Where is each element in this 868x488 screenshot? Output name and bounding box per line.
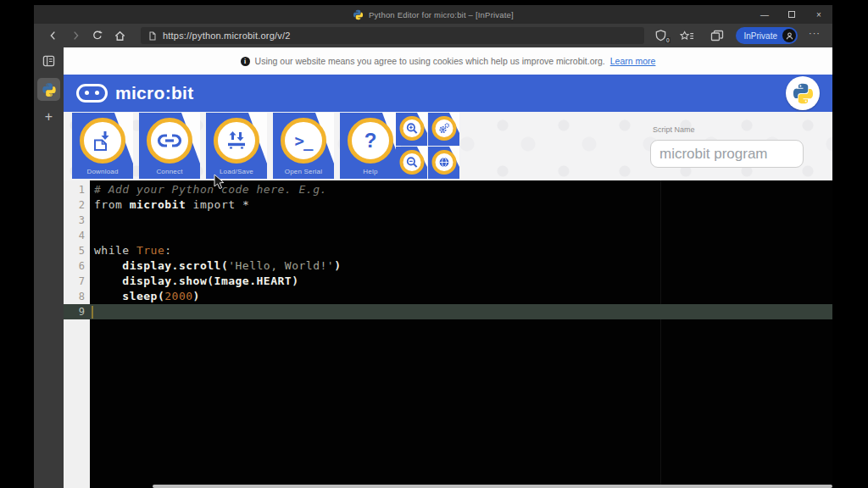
maximize-button[interactable] [778, 5, 805, 24]
info-icon: i [241, 57, 250, 66]
brand-name: micro:bit [115, 83, 194, 103]
line-number: 1 [64, 182, 90, 197]
line-number: 4 [64, 228, 90, 243]
connect-label: Connect [139, 168, 200, 175]
code-line[interactable]: display.scroll('Hello, World!') [90, 258, 832, 274]
open-serial-icon: >_ [281, 118, 326, 164]
connect-icon [147, 118, 192, 164]
cookie-text: Using our website means you agree to usi… [255, 56, 605, 66]
site-header: micro:bit [64, 75, 832, 112]
code-line[interactable] [90, 304, 832, 319]
zoom-out-icon [399, 150, 424, 175]
horizontal-scrollbar[interactable] [153, 485, 832, 488]
forward-button[interactable] [64, 26, 86, 45]
address-bar[interactable]: https://python.microbit.org/v/2 [141, 27, 644, 44]
line-number: 8 [64, 289, 90, 304]
minimize-button[interactable]: — [751, 5, 778, 24]
language-button[interactable] [428, 147, 459, 179]
language-icon [431, 150, 456, 175]
line-number: 6 [64, 258, 90, 274]
microbit-face-icon [76, 84, 108, 103]
browser-menu-button[interactable]: ··· [805, 28, 824, 43]
line-number: 3 [64, 213, 90, 228]
zoom-in-button[interactable] [396, 113, 427, 146]
page-content: i Using our website means you agree to u… [64, 47, 832, 488]
mouse-cursor [214, 174, 225, 190]
person-icon [785, 31, 794, 41]
code-line[interactable] [90, 228, 832, 243]
browser-titlebar: Python Editor for micro:bit – [InPrivate… [34, 5, 832, 24]
download-label: Download [72, 168, 133, 175]
collections-icon [710, 30, 724, 42]
favorites-button[interactable] [676, 26, 698, 45]
refresh-button[interactable] [86, 26, 108, 45]
browser-navbar: https://python.microbit.org/v/2 0 InPriv… [34, 24, 832, 47]
load-save-button[interactable]: Load/Save [206, 113, 267, 179]
gutter: 123456789 [64, 180, 90, 488]
inprivate-badge[interactable]: InPrivate [736, 27, 798, 44]
python-favicon [353, 9, 364, 20]
window-title: Python Editor for micro:bit – [InPrivate… [369, 10, 514, 19]
close-button[interactable]: × [805, 5, 832, 24]
code-lines[interactable]: # Add your Python code here. E.g.from mi… [90, 180, 832, 488]
code-line[interactable]: # Add your Python code here. E.g. [90, 182, 832, 197]
cookie-notice: i Using our website means you agree to u… [64, 47, 832, 75]
screen: Python Editor for micro:bit – [InPrivate… [0, 0, 868, 488]
code-line[interactable]: from microbit import * [90, 197, 832, 213]
maximize-icon [788, 11, 795, 18]
connect-button[interactable]: Connect [139, 113, 200, 179]
help-label: Help [340, 168, 401, 175]
tab-actions-button[interactable] [42, 55, 55, 67]
open-serial-label: Open Serial [273, 168, 334, 175]
tracking-prevention-button[interactable]: 0 [654, 29, 669, 42]
inprivate-label: InPrivate [744, 31, 777, 41]
editor-toolbar: Download Connect [64, 112, 832, 180]
forward-icon [70, 30, 81, 42]
open-serial-button[interactable]: >_ Open Serial [273, 113, 334, 179]
script-name-label: Script Name [653, 125, 695, 134]
microbit-logo: micro:bit [76, 83, 194, 103]
tab-python-editor[interactable] [37, 78, 60, 101]
cookie-learn-more-link[interactable]: Learn more [610, 56, 656, 66]
code-line[interactable]: display.show(Image.HEART) [90, 274, 832, 289]
code-line[interactable]: sleep(2000) [90, 289, 832, 304]
back-button[interactable] [42, 26, 64, 45]
code-line[interactable] [90, 213, 832, 228]
page-icon [147, 30, 158, 42]
url-text: https://python.microbit.org/v/2 [163, 30, 291, 41]
home-button[interactable] [108, 26, 131, 45]
help-button[interactable]: ? Help [340, 113, 401, 179]
code-line[interactable]: while True: [90, 243, 832, 258]
line-number: 5 [64, 243, 90, 258]
refresh-icon [92, 30, 103, 42]
vertical-tabs-icon [42, 55, 55, 67]
favorites-star-icon [680, 30, 694, 42]
line-number: 2 [64, 197, 90, 213]
back-icon [47, 30, 59, 42]
profile-avatar [782, 29, 796, 42]
download-button[interactable]: Download [72, 113, 133, 179]
collections-button[interactable] [706, 26, 728, 45]
text-caret [92, 306, 93, 319]
new-tab-button[interactable]: + [45, 110, 53, 124]
vertical-tabstrip: + [34, 47, 64, 488]
download-icon [80, 118, 125, 164]
line-number: 7 [64, 274, 90, 289]
settings-button[interactable] [428, 113, 459, 146]
line-number: 9 [64, 304, 90, 319]
code-editor[interactable]: 123456789 # Add your Python code here. E… [64, 180, 832, 488]
settings-icon [431, 116, 456, 141]
help-icon: ? [348, 118, 393, 164]
script-name-input[interactable] [650, 140, 804, 168]
python-tab-icon [42, 82, 57, 97]
zoom-in-icon [399, 116, 424, 141]
tracker-count-badge: 0 [665, 37, 670, 43]
load-save-icon [214, 118, 259, 164]
python-version-button[interactable] [786, 76, 820, 110]
home-icon [114, 30, 126, 42]
python-logo-icon [792, 82, 815, 105]
